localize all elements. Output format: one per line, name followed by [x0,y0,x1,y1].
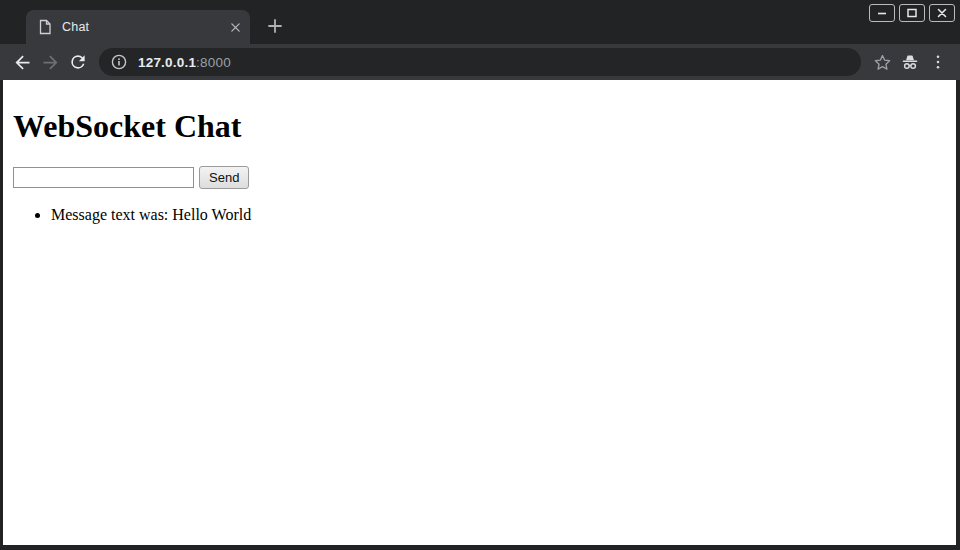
url-port: :8000 [196,55,231,70]
page-title: WebSocket Chat [13,108,948,145]
tab-chat[interactable]: Chat [26,10,250,44]
message-input[interactable] [13,167,194,188]
forward-button[interactable] [36,48,64,76]
tab-close-icon[interactable] [226,18,244,36]
back-button[interactable] [8,48,36,76]
message-list: Message text was: Hello World [11,206,948,224]
reload-button[interactable] [64,48,92,76]
close-button[interactable] [929,4,955,22]
page-content: WebSocket Chat Send Message text was: He… [3,80,956,545]
send-button[interactable]: Send [199,166,249,189]
url-host: 127.0.0.1 [138,55,196,70]
bookmark-star-icon[interactable] [868,48,896,76]
incognito-icon [896,48,924,76]
browser-window: Chat [0,0,960,550]
message-form: Send [13,167,948,189]
maximize-button[interactable] [899,4,925,22]
kebab-menu-icon[interactable] [924,48,952,76]
tab-strip: Chat [0,0,960,44]
tab-title: Chat [62,20,226,34]
new-tab-button[interactable] [260,12,290,40]
info-circle-icon[interactable] [111,54,127,70]
address-bar[interactable]: 127.0.0.1:8000 [99,48,861,76]
blank-page-icon [37,19,53,35]
list-item: Message text was: Hello World [51,206,948,224]
minimize-button[interactable] [869,4,895,22]
browser-toolbar: 127.0.0.1:8000 [0,44,960,80]
window-controls [869,4,955,22]
